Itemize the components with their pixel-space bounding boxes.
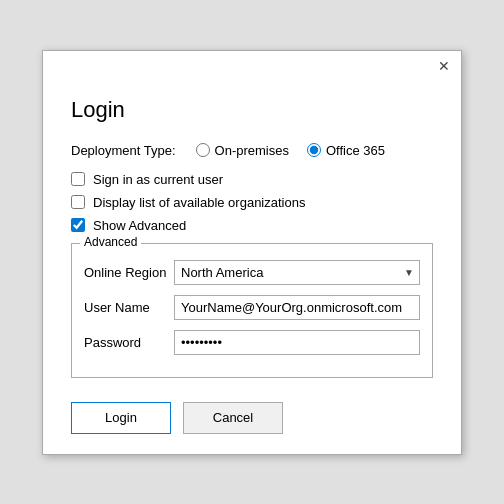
radio-office365-label: Office 365 — [326, 143, 385, 158]
online-region-select[interactable]: North America Europe Asia Pacific South … — [174, 260, 420, 285]
checkbox-advanced-label: Show Advanced — [93, 218, 186, 233]
dialog-title: Login — [71, 97, 433, 123]
checkbox-advanced-row: Show Advanced — [71, 218, 433, 233]
checkbox-current-user-label: Sign in as current user — [93, 172, 223, 187]
username-row: User Name — [84, 295, 420, 320]
advanced-legend: Advanced — [80, 235, 141, 249]
username-input[interactable] — [174, 295, 420, 320]
checkbox-current-user-row: Sign in as current user — [71, 172, 433, 187]
radio-office365-input[interactable] — [307, 143, 321, 157]
radio-on-premises[interactable]: On-premises — [196, 143, 289, 158]
cancel-button[interactable]: Cancel — [183, 402, 283, 434]
title-bar: ✕ — [43, 51, 461, 81]
close-button[interactable]: ✕ — [435, 57, 453, 75]
username-label: User Name — [84, 300, 174, 315]
login-dialog: ✕ Login Deployment Type: On-premises Off… — [42, 50, 462, 455]
online-region-row: Online Region North America Europe Asia … — [84, 260, 420, 285]
advanced-section: Advanced Online Region North America Eur… — [71, 243, 433, 378]
radio-on-premises-label: On-premises — [215, 143, 289, 158]
checkbox-current-user[interactable] — [71, 172, 85, 186]
radio-office365[interactable]: Office 365 — [307, 143, 385, 158]
password-input[interactable] — [174, 330, 420, 355]
deployment-label: Deployment Type: — [71, 143, 176, 158]
checkbox-list-orgs[interactable] — [71, 195, 85, 209]
password-row: Password — [84, 330, 420, 355]
radio-on-premises-input[interactable] — [196, 143, 210, 157]
button-row: Login Cancel — [71, 394, 433, 434]
checkbox-show-advanced[interactable] — [71, 218, 85, 232]
checkbox-list-orgs-row: Display list of available organizations — [71, 195, 433, 210]
login-button[interactable]: Login — [71, 402, 171, 434]
online-region-select-wrapper: North America Europe Asia Pacific South … — [174, 260, 420, 285]
radio-group: On-premises Office 365 — [196, 143, 385, 158]
dialog-body: Login Deployment Type: On-premises Offic… — [43, 81, 461, 454]
advanced-content: Online Region North America Europe Asia … — [72, 244, 432, 355]
checkbox-list-orgs-label: Display list of available organizations — [93, 195, 305, 210]
password-label: Password — [84, 335, 174, 350]
online-region-label: Online Region — [84, 265, 174, 280]
deployment-type-row: Deployment Type: On-premises Office 365 — [71, 143, 433, 158]
